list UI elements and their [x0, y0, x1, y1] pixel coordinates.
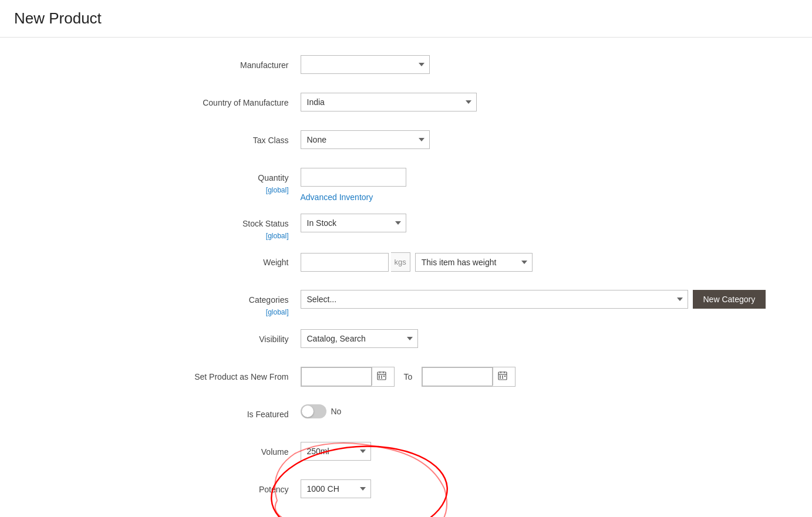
categories-row: Categories [global] Select... New Catego…: [48, 290, 764, 317]
visibility-control: Catalog, Search Catalog Search Not Visib…: [301, 329, 764, 348]
page-header: New Product: [0, 0, 812, 38]
potency-label: Potency: [48, 479, 301, 496]
country-row: Country of Manufacture India United Stat…: [48, 93, 764, 119]
date-from-input[interactable]: [301, 367, 372, 386]
stock-status-control: In Stock Out of Stock: [301, 214, 764, 232]
categories-control: Select... New Category: [301, 290, 766, 309]
svg-rect-17: [502, 377, 503, 379]
potency-select[interactable]: 1000 CH 200 CH 30 CH 6 CH: [301, 479, 371, 498]
svg-rect-16: [500, 377, 501, 379]
svg-rect-14: [502, 376, 503, 377]
set-product-new-control: To: [301, 367, 764, 387]
set-product-new-label: Set Product as New From: [48, 367, 301, 383]
potency-control: 1000 CH 200 CH 30 CH 6 CH: [301, 479, 764, 498]
visibility-row: Visibility Catalog, Search Catalog Searc…: [48, 329, 764, 355]
quantity-input[interactable]: [301, 168, 406, 187]
to-label: To: [399, 372, 417, 381]
manufacturer-label: Manufacturer: [48, 55, 301, 72]
volume-potency-section: Volume 250ml 500ml 1000ml Potency 1000 C…: [48, 442, 764, 505]
tax-class-select[interactable]: None Taxable Goods Shipping: [301, 130, 430, 149]
country-select[interactable]: India United States China Germany: [301, 93, 477, 111]
weight-control: kgs This item has weight This item has n…: [301, 252, 764, 272]
country-label: Country of Manufacture: [48, 93, 301, 109]
toggle-label: No: [331, 407, 342, 416]
date-to-input[interactable]: [422, 367, 493, 386]
svg-rect-4: [379, 376, 380, 377]
weight-row: Weight kgs This item has weight This ite…: [48, 252, 764, 278]
page-title: New Product: [14, 9, 798, 28]
volume-control: 250ml 500ml 1000ml: [301, 442, 764, 461]
weight-input[interactable]: [301, 253, 389, 272]
form-section: Manufacturer Manufacturer A Manufacturer…: [25, 55, 788, 505]
is-featured-toggle[interactable]: [301, 404, 326, 418]
potency-row: Potency 1000 CH 200 CH 30 CH 6 CH: [48, 479, 764, 505]
categories-select[interactable]: Select...: [301, 290, 688, 309]
volume-label: Volume: [48, 442, 301, 458]
svg-rect-8: [381, 377, 382, 379]
weight-unit: kgs: [391, 252, 410, 272]
is-featured-control: No: [301, 404, 764, 418]
tax-class-label: Tax Class: [48, 130, 301, 147]
calendar-from-button[interactable]: [372, 367, 391, 386]
stock-status-select[interactable]: In Stock Out of Stock: [301, 214, 406, 232]
tax-class-row: Tax Class None Taxable Goods Shipping: [48, 130, 764, 156]
volume-row: Volume 250ml 500ml 1000ml: [48, 442, 764, 468]
visibility-label: Visibility: [48, 329, 301, 346]
stock-status-label: Stock Status [global]: [48, 214, 301, 241]
new-category-button[interactable]: New Category: [693, 290, 766, 309]
tax-class-control: None Taxable Goods Shipping: [301, 130, 764, 149]
manufacturer-row: Manufacturer Manufacturer A Manufacturer…: [48, 55, 764, 81]
calendar-to-button[interactable]: [493, 367, 512, 386]
weight-type-select[interactable]: This item has weight This item has no we…: [415, 253, 533, 272]
manufacturer-control: Manufacturer A Manufacturer B: [301, 55, 764, 74]
is-featured-label: Is Featured: [48, 404, 301, 421]
stock-status-row: Stock Status [global] In Stock Out of St…: [48, 214, 764, 241]
svg-rect-6: [383, 376, 385, 377]
advanced-inventory-link[interactable]: Advanced Inventory: [301, 192, 373, 202]
date-from-wrap: [301, 367, 395, 387]
svg-rect-13: [500, 376, 501, 377]
toggle-wrap: No: [301, 404, 342, 418]
date-to-wrap: [422, 367, 515, 387]
volume-select[interactable]: 250ml 500ml 1000ml: [301, 442, 371, 461]
country-control: India United States China Germany: [301, 93, 764, 111]
categories-label: Categories [global]: [48, 290, 301, 317]
weight-label: Weight: [48, 252, 301, 269]
manufacturer-select[interactable]: Manufacturer A Manufacturer B: [301, 55, 430, 74]
svg-rect-7: [379, 377, 380, 379]
is-featured-row: Is Featured No: [48, 404, 764, 430]
svg-rect-15: [504, 376, 506, 377]
svg-rect-5: [381, 376, 382, 377]
quantity-control: Advanced Inventory: [301, 168, 764, 202]
visibility-select[interactable]: Catalog, Search Catalog Search Not Visib…: [301, 329, 418, 348]
main-content: Manufacturer Manufacturer A Manufacturer…: [0, 38, 812, 517]
quantity-row: Quantity [global] Advanced Inventory: [48, 168, 764, 202]
quantity-label: Quantity [global]: [48, 168, 301, 195]
set-product-new-row: Set Product as New From: [48, 367, 764, 393]
